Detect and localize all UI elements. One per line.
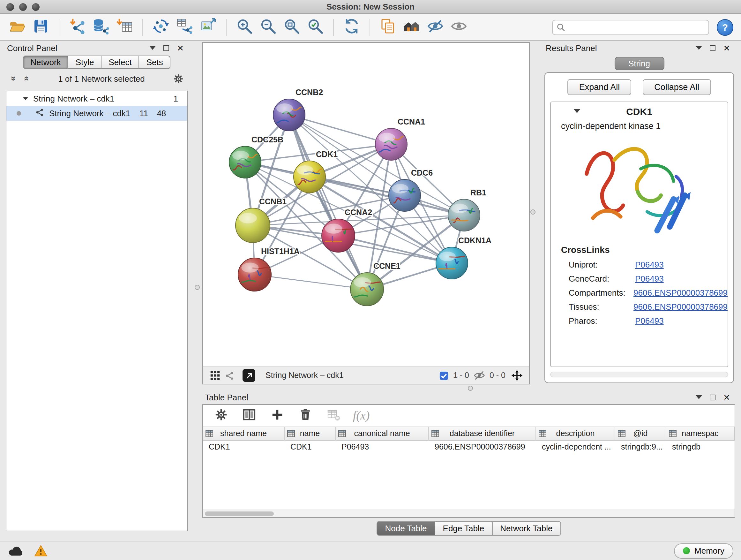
save-session-button[interactable]: [31, 17, 51, 37]
network-canvas[interactable]: CCNB2CCNA1CDC25BCDK1CDC6RB1CCNB1CCNA2CDK…: [203, 43, 529, 367]
panel-menu-icon[interactable]: [696, 46, 702, 50]
node-ccna1[interactable]: CCNA1: [375, 117, 425, 160]
table-cell[interactable]: stringdb:9...: [615, 441, 666, 453]
open-session-button[interactable]: [8, 17, 27, 37]
table-cell[interactable]: CDK1: [285, 441, 336, 453]
column-header--id[interactable]: @id: [615, 427, 666, 441]
string-results-tab[interactable]: String: [614, 57, 664, 70]
import-table-to-network-button[interactable]: [175, 17, 194, 37]
show-all-button[interactable]: [449, 17, 468, 37]
crosslink-value-link[interactable]: P06493: [635, 260, 664, 269]
column-header-canonical-name[interactable]: canonical name: [336, 427, 429, 441]
splitter-handle[interactable]: [468, 386, 473, 391]
tab-edge-table[interactable]: Edge Table: [435, 521, 493, 536]
detach-view-button[interactable]: [243, 369, 255, 382]
expand-all-networks-icon[interactable]: »: [20, 74, 30, 83]
table-scrollbar-thumb[interactable]: [205, 511, 274, 516]
network-collection-row[interactable]: String Network – cdk1 1: [6, 91, 187, 106]
table-cell[interactable]: 9606.ENSP00000378699: [429, 441, 536, 453]
node-label-ccna2: CCNA2: [345, 208, 372, 217]
move-tool-icon[interactable]: [510, 368, 524, 382]
split-columns-button[interactable]: [241, 408, 257, 423]
network-row[interactable]: String Network – cdk1 11 48: [6, 106, 187, 121]
help-button[interactable]: ?: [717, 19, 733, 36]
birds-eye-view-grid-icon[interactable]: [208, 368, 222, 382]
table-cell[interactable]: CDK1: [203, 441, 285, 453]
memory-button[interactable]: Memory: [674, 543, 733, 558]
gene-collapse-icon[interactable]: [574, 109, 580, 113]
expand-all-button[interactable]: Expand All: [568, 79, 631, 95]
results-panel: Results Panel ✕ String Expand All Collap…: [543, 42, 735, 387]
close-panel-icon[interactable]: ✕: [723, 393, 730, 401]
table-cell[interactable]: P06493: [336, 441, 429, 453]
import-table-from-file-button[interactable]: [115, 17, 134, 37]
edge-ccnb2-ccne1[interactable]: [289, 115, 367, 289]
export-image-button[interactable]: [199, 17, 218, 37]
splitter-handle[interactable]: [530, 209, 536, 214]
refresh-view-button[interactable]: [342, 17, 361, 37]
cloud-icon[interactable]: [8, 545, 23, 557]
import-network-from-database-button[interactable]: [91, 17, 111, 37]
crosslink-value-link[interactable]: P06493: [635, 316, 664, 325]
float-panel-icon[interactable]: [163, 45, 169, 51]
crosslink-value-link[interactable]: P06493: [635, 273, 664, 283]
table-cell[interactable]: cyclin-dependent ...: [536, 441, 615, 453]
close-panel-icon[interactable]: ✕: [723, 44, 730, 52]
import-network-from-file-button[interactable]: [68, 17, 87, 37]
search-input[interactable]: [569, 22, 704, 32]
warning-icon[interactable]: [34, 545, 48, 557]
node-ccnb2[interactable]: CCNB2: [273, 88, 323, 131]
hide-selected-button[interactable]: [426, 17, 445, 37]
main-toolbar: ?: [0, 14, 741, 41]
node-rb1[interactable]: RB1: [448, 188, 486, 231]
crosslink-value-link[interactable]: 9606.ENSP00000378699: [633, 288, 728, 297]
table-scrollbar-track[interactable]: [203, 509, 735, 517]
delete-rows-button[interactable]: [297, 408, 313, 423]
panel-menu-icon[interactable]: [696, 395, 702, 399]
close-panel-icon[interactable]: ✕: [177, 44, 184, 52]
copy-documents-button[interactable]: [379, 17, 398, 37]
network-options-gear-icon[interactable]: [173, 73, 184, 84]
column-header-description[interactable]: description: [536, 427, 615, 441]
tab-network[interactable]: Network: [23, 56, 68, 69]
selected-checkbox-icon[interactable]: [439, 371, 449, 380]
table-header-row: shared namenamecanonical namedatabase id…: [203, 427, 735, 441]
float-panel-icon[interactable]: [710, 45, 716, 51]
zoom-selected-button[interactable]: [306, 17, 325, 37]
results-scrollbar[interactable]: [550, 372, 728, 377]
tab-network-table[interactable]: Network Table: [492, 521, 561, 536]
tab-select[interactable]: Select: [102, 56, 139, 69]
search-box[interactable]: [552, 19, 709, 35]
node-hist1h1a[interactable]: HIST1H1A: [238, 247, 300, 291]
tab-style[interactable]: Style: [69, 56, 102, 69]
node-cdk1[interactable]: CDK1: [293, 150, 338, 193]
network-overview-icon[interactable]: [222, 368, 236, 382]
neighbor-houses-button[interactable]: [402, 17, 421, 37]
collapse-all-button[interactable]: Collapse All: [643, 79, 711, 95]
clone-network-button[interactable]: [151, 17, 171, 37]
node-cdkn1a[interactable]: CDKN1A: [436, 236, 491, 279]
table-cell[interactable]: stringdb: [666, 441, 735, 453]
splitter-handle[interactable]: [195, 285, 200, 290]
zoom-out-button[interactable]: [259, 17, 278, 37]
table-row[interactable]: CDK1CDK1P064939606.ENSP00000378699cyclin…: [203, 441, 735, 453]
edge-hist1h1a-ccne1[interactable]: [255, 274, 367, 289]
add-row-button[interactable]: [269, 408, 285, 423]
column-header-shared-name[interactable]: shared name: [203, 427, 285, 441]
tab-sets[interactable]: Sets: [139, 56, 171, 69]
zoom-in-button[interactable]: [235, 17, 254, 37]
collection-expand-icon[interactable]: [23, 97, 28, 100]
column-header-name[interactable]: name: [285, 427, 336, 441]
crosslink-value-link[interactable]: 9606.ENSP00000378699: [633, 302, 728, 311]
panel-menu-icon[interactable]: [149, 46, 156, 50]
tab-node-table[interactable]: Node Table: [377, 521, 435, 536]
settings-gear-button[interactable]: [213, 408, 228, 423]
column-type-icon: [338, 430, 346, 437]
zoom-fit-button[interactable]: [282, 17, 301, 37]
float-panel-icon[interactable]: [710, 394, 716, 400]
column-header-namespac[interactable]: namespac: [666, 427, 735, 441]
column-header-database-identifier[interactable]: database identifier: [429, 427, 536, 441]
delete-rows-icon: [298, 408, 312, 423]
workspace: Control Panel ✕ NetworkStyleSelectSets »…: [0, 41, 741, 541]
collapse-all-networks-icon[interactable]: »: [9, 74, 19, 83]
